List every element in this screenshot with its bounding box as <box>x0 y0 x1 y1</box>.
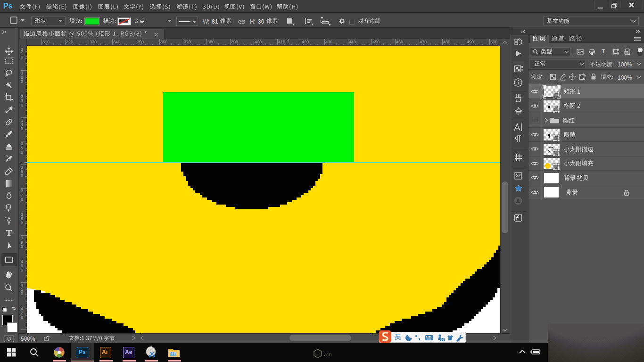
svg-text:UI: UI <box>315 352 320 356</box>
svg-text:cn: cn <box>326 352 332 357</box>
svg-text:24: 24 <box>441 338 445 341</box>
